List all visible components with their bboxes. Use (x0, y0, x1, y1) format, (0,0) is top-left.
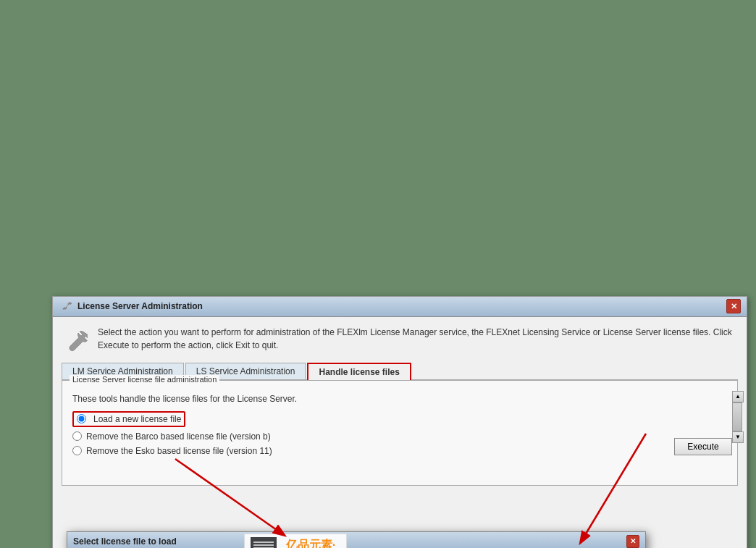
scroll-up-btn[interactable]: ▲ (732, 391, 744, 402)
main-scrollbar: ▲ ▼ (732, 391, 744, 549)
wrench-icon (62, 326, 91, 355)
dialog-title-bar: Select license file to load ✕ (67, 532, 645, 549)
tab-handle[interactable]: Handle license files (307, 363, 411, 380)
radio-option-3: Remove the Esko based license file (vers… (72, 446, 727, 456)
dialog-title: Select license file to load (73, 536, 177, 547)
radio-option-1-box[interactable]: Load a new license file (72, 411, 185, 427)
radio-remove-esko[interactable] (72, 446, 82, 455)
file-dialog: Select license file to load ✕ ◀ ▶ « Esko… (67, 531, 646, 549)
close-button[interactable]: ✕ (726, 299, 741, 313)
header-description: Select the action you want to perform fo… (98, 326, 738, 352)
license-admin-group: License Server license file administrati… (62, 381, 738, 486)
radio-remove-barco-label: Remove the Barco based license file (ver… (86, 431, 271, 442)
radio-option-1: Load a new license file (72, 411, 727, 427)
radio-load-label: Load a new license file (93, 414, 181, 424)
execute-button[interactable]: Execute (674, 438, 732, 455)
group-legend: License Server license file administrati… (70, 375, 219, 384)
header-section: Select the action you want to perform fo… (62, 326, 738, 355)
radio-option-2: Remove the Barco based license file (ver… (72, 431, 727, 442)
main-content: Select the action you want to perform fo… (53, 317, 747, 549)
scroll-down-btn[interactable]: ▼ (732, 431, 744, 443)
scroll-track (732, 402, 744, 431)
watermark: 亿品元素· www.epinv.com (244, 534, 347, 549)
title-bar: License Server Administration ✕ (53, 297, 747, 317)
watermark-text: 亿品元素· www.epinv.com (281, 538, 340, 548)
dialog-close-button[interactable]: ✕ (626, 535, 639, 548)
execute-button-area: Execute (674, 438, 732, 455)
app-icon (59, 299, 73, 313)
radio-remove-barco[interactable] (72, 431, 82, 441)
main-window: License Server Administration ✕ Select t… (52, 296, 747, 549)
tools-text: These tools handle the license files for… (72, 394, 727, 404)
radio-load[interactable] (77, 414, 86, 423)
qr-code (251, 537, 277, 549)
scroll-thumb[interactable] (732, 402, 742, 431)
window-title: License Server Administration (77, 301, 726, 311)
radio-remove-esko-label: Remove the Esko based license file (vers… (86, 446, 272, 456)
